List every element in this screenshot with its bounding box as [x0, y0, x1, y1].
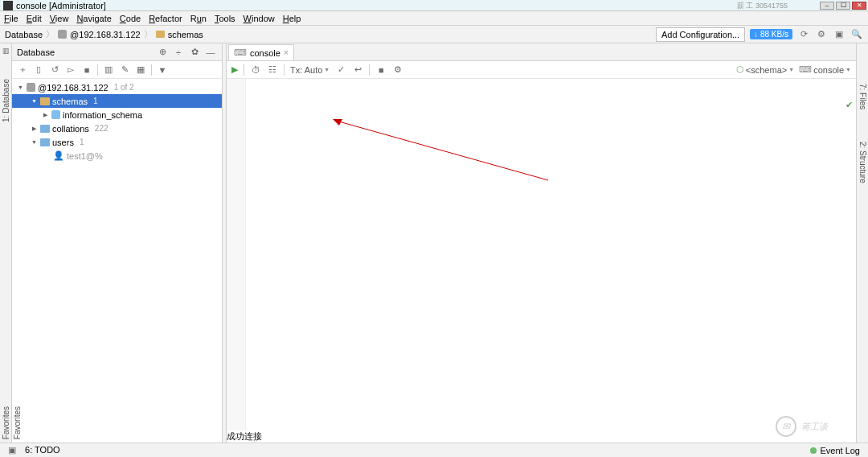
settings-icon[interactable]: ✿: [188, 46, 201, 59]
run-icon[interactable]: ▶: [231, 64, 238, 75]
filter-icon[interactable]: ▼: [157, 65, 168, 75]
editor-zone: ⌨ console × ▶ ⏱ ☷ Tx: Auto▼ ✓ ↩ ■ ⚙ ⬡ <s…: [227, 43, 856, 443]
download-speed-pill[interactable]: ↓ 88 KB/s: [750, 29, 792, 39]
panel-title: Database: [17, 47, 55, 57]
edit-icon[interactable]: ✎: [119, 64, 130, 75]
tree-connection[interactable]: @192.168.31.122 1 of 2: [12, 80, 222, 94]
add-configuration-button[interactable]: Add Configuration...: [656, 27, 745, 42]
editor-body[interactable]: [227, 79, 856, 430]
database-tree: @192.168.31.122 1 of 2 schemas 1 informa…: [12, 79, 222, 443]
db-icon: [58, 30, 67, 39]
layout-icon[interactable]: ▣: [833, 28, 845, 41]
todo-tab[interactable]: 6: TODO: [25, 445, 60, 455]
perf-tag: 薪 工 30541755: [737, 1, 788, 11]
tab-console[interactable]: ⌨ console ×: [228, 44, 294, 60]
right-gutter-structure[interactable]: 2: Structure: [858, 142, 867, 183]
favorites-label: Favorites: [2, 406, 10, 439]
tools-icon[interactable]: ⚙: [815, 28, 828, 41]
menu-navigate[interactable]: Navigate: [76, 14, 111, 23]
close-button[interactable]: ✕: [852, 2, 866, 10]
tree-users[interactable]: users 1: [12, 135, 222, 149]
tree-information-schema[interactable]: information_schema: [12, 108, 222, 121]
db-icon: [27, 83, 35, 92]
explain-icon[interactable]: ☷: [267, 64, 278, 75]
expand-icon[interactable]: ÷: [172, 46, 185, 59]
panel-tools: ⊕ ÷ ✿ —: [156, 46, 217, 59]
users-count: 1: [80, 138, 84, 146]
sync-icon[interactable]: ⟳: [797, 28, 810, 41]
status-bar: ▣ 6: TODO Event Log: [0, 443, 868, 457]
menu-help[interactable]: Help: [283, 14, 301, 23]
left-gutter-database[interactable]: 1: Database: [2, 79, 10, 122]
hide-icon[interactable]: —: [204, 46, 217, 59]
event-log-button[interactable]: Event Log: [820, 446, 860, 455]
schemas-label: schemas: [52, 97, 88, 106]
database-panel: Database ⊕ ÷ ✿ — ＋ ▯ ↺ ▻ ■ ▥ ✎ ▦ ▼: [12, 43, 223, 443]
cancel-icon[interactable]: ■: [375, 65, 387, 75]
right-gutter: 7: Files 2: Structure: [856, 43, 868, 443]
window-title: console [Administrator]: [16, 1, 106, 10]
inspection-ok-icon: ✔: [845, 100, 853, 110]
collations-label: collations: [52, 124, 89, 134]
favorites-tab[interactable]: Favorites Favorites: [2, 406, 22, 441]
database-tool-icon[interactable]: ▥: [2, 47, 10, 55]
tab-label: console: [250, 48, 280, 58]
refresh-icon[interactable]: ↺: [49, 64, 60, 75]
users-label: users: [52, 138, 74, 147]
crumb-sep: 〉: [144, 28, 153, 40]
menu-run[interactable]: Run: [190, 14, 207, 23]
tree-schemas[interactable]: schemas 1: [12, 94, 222, 108]
toolbar-separator: [284, 64, 285, 76]
cols-icon[interactable]: ▥: [103, 64, 114, 75]
copy-icon[interactable]: ▯: [33, 64, 44, 75]
table-icon[interactable]: ▦: [135, 64, 146, 75]
close-tab-icon[interactable]: ×: [284, 48, 289, 57]
commit-icon[interactable]: ✓: [335, 64, 346, 75]
expand-toggle[interactable]: [31, 97, 38, 105]
collations-count: 222: [95, 124, 108, 133]
add-icon[interactable]: ＋: [17, 64, 28, 76]
test1-label: test1@%: [67, 151, 103, 161]
menu-view[interactable]: View: [50, 14, 69, 23]
rollback-icon[interactable]: ▻: [65, 64, 76, 75]
tx-mode-dropdown[interactable]: Tx: Auto▼: [290, 65, 330, 75]
menu-tools[interactable]: Tools: [215, 14, 235, 23]
folder-icon: [40, 138, 50, 146]
expand-toggle[interactable]: [31, 138, 38, 146]
history-icon[interactable]: ⏱: [250, 65, 261, 75]
main-area: ▥ 1: Database Database ⊕ ÷ ✿ — ＋ ▯ ↺ ▻ ■…: [0, 43, 868, 443]
right-gutter-files[interactable]: 7: Files: [858, 84, 867, 109]
folder-icon: [40, 125, 50, 133]
schema-dropdown[interactable]: ⬡ <schema>▼: [736, 64, 794, 75]
terminal-icon[interactable]: ▣: [8, 445, 16, 455]
menu-refactor[interactable]: Refactor: [149, 14, 182, 23]
left-gutter: ▥ 1: Database: [0, 43, 12, 443]
maximize-button[interactable]: ☐: [836, 2, 850, 10]
nav-right: Add Configuration... ↓ 88 KB/s ⟳ ⚙ ▣ 🔍: [656, 27, 863, 42]
expand-toggle[interactable]: [17, 84, 24, 91]
crumb-root[interactable]: Database: [5, 30, 43, 39]
settings-small-icon[interactable]: ⚙: [392, 64, 403, 75]
tab-strip: ⌨ console ×: [227, 43, 856, 61]
crumb-conn[interactable]: @192.168.31.122: [70, 30, 141, 39]
favorites-text: Favorites: [13, 406, 22, 439]
menu-window[interactable]: Window: [244, 14, 275, 23]
crumb-leaf[interactable]: schemas: [168, 30, 203, 39]
user-icon: 👤: [53, 150, 64, 161]
menu-file[interactable]: File: [4, 14, 18, 23]
rollback-arrow-icon[interactable]: ↩: [352, 64, 363, 75]
menu-edit[interactable]: Edit: [27, 14, 42, 23]
folder-icon: [156, 31, 165, 38]
expand-toggle[interactable]: [31, 125, 38, 132]
tree-collations[interactable]: collations 222: [12, 121, 222, 135]
menu-code[interactable]: Code: [120, 14, 141, 23]
stop-icon[interactable]: ■: [81, 65, 92, 75]
minimize-button[interactable]: –: [820, 2, 834, 10]
search-icon[interactable]: 🔍: [850, 28, 863, 41]
console-dropdown[interactable]: ⌨ console▼: [799, 64, 851, 75]
target-icon[interactable]: ⊕: [156, 46, 169, 59]
expand-toggle[interactable]: [42, 111, 49, 118]
tree-test1[interactable]: 👤 test1@%: [12, 149, 222, 163]
schemas-count: 1: [93, 97, 98, 105]
toolbar-separator: [244, 64, 244, 76]
